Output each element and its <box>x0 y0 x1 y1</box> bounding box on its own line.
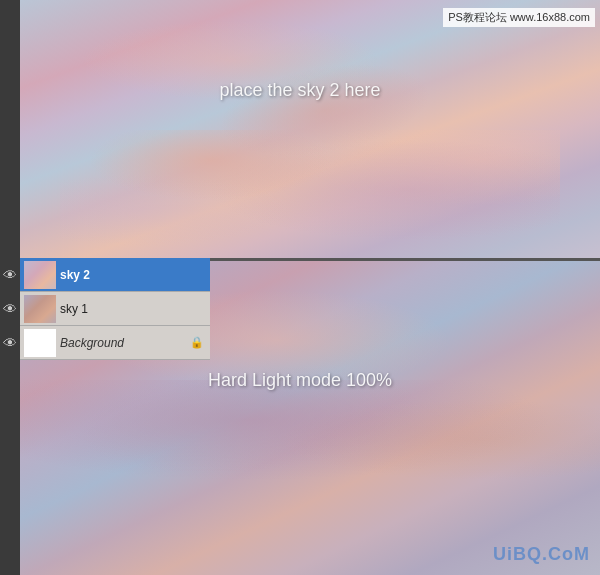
thumb-bg-preview <box>24 329 56 357</box>
watermark-top: PS教程论坛 www.16x88.com <box>443 8 595 27</box>
layer-thumb-bg <box>24 329 56 357</box>
layer-row-sky1[interactable]: 👁 sky 1 <box>0 292 210 326</box>
layer-name-sky1: sky 1 <box>60 302 210 316</box>
hard-light-label-text: Hard Light mode 100% <box>0 370 600 391</box>
layer-thumb-sky2 <box>24 261 56 289</box>
layer-row-sky2[interactable]: 👁 sky 2 <box>0 258 210 292</box>
layer-row-background[interactable]: 👁 Background 🔒 <box>0 326 210 360</box>
layer-eye-bg[interactable]: 👁 <box>0 326 20 360</box>
thumb-sky1-preview <box>24 295 56 323</box>
thumb-sky2-preview <box>24 261 56 289</box>
eye-icon-sky2: 👁 <box>3 267 17 283</box>
layer-thumb-sky1 <box>24 295 56 323</box>
sky-top-clouds <box>60 130 560 250</box>
eye-icon-sky1: 👁 <box>3 301 17 317</box>
eye-icon-bg: 👁 <box>3 335 17 351</box>
layers-panel: 👁 sky 2 👁 sky 1 👁 Backgroun <box>0 258 210 360</box>
sky-bottom-extra-clouds <box>0 380 600 500</box>
watermark-bottom: UiBQ.CoM <box>493 544 590 565</box>
sky-top-canvas <box>0 0 600 260</box>
layer-eye-sky1[interactable]: 👁 <box>0 292 20 326</box>
main-canvas: PS教程论坛 www.16x88.com place the sky 2 her… <box>0 0 600 575</box>
sky2-label-text: place the sky 2 here <box>0 80 600 101</box>
layer-eye-sky2[interactable]: 👁 <box>0 258 20 292</box>
layer-name-sky2: sky 2 <box>60 268 210 282</box>
layer-name-bg: Background <box>60 336 190 350</box>
lock-icon-bg: 🔒 <box>190 336 204 349</box>
